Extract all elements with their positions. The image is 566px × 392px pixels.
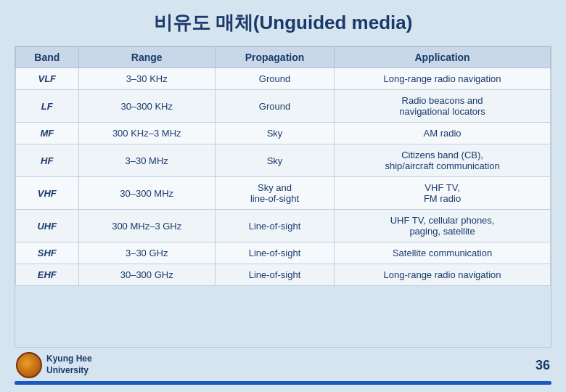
cell-band-6: SHF <box>16 242 79 264</box>
cell-application-7: Long-range radio navigation <box>335 264 551 286</box>
cell-range-1: 30–300 KHz <box>78 90 215 123</box>
page-number: 36 <box>536 358 550 373</box>
bottom-bar <box>15 381 551 385</box>
cell-application-2: AM radio <box>335 123 551 144</box>
col-header-propagation: Propagation <box>215 47 334 68</box>
slide: 비유도 매체(Unguided media) Band Range Propag… <box>0 0 566 392</box>
table-header-row: Band Range Propagation Application <box>16 47 551 68</box>
cell-propagation-4: Sky and line-of-sight <box>215 177 334 210</box>
university-name: Kyung Hee University <box>46 354 92 376</box>
logo-area: Kyung Hee University <box>16 352 92 378</box>
table-row: SHF3–30 GHzLine-of-sightSatellite commun… <box>16 242 551 264</box>
cell-range-2: 300 KHz–3 MHz <box>78 123 215 144</box>
cell-range-5: 300 MHz–3 GHz <box>78 210 215 242</box>
cell-range-4: 30–300 MHz <box>78 177 215 210</box>
cell-range-0: 3–30 KHz <box>78 68 215 90</box>
table-wrapper: Band Range Propagation Application VLF3–… <box>15 46 551 348</box>
data-table: Band Range Propagation Application VLF3–… <box>15 46 551 286</box>
col-header-application: Application <box>335 47 551 68</box>
cell-application-4: VHF TV, FM radio <box>335 177 551 210</box>
cell-propagation-3: Sky <box>215 144 334 177</box>
table-row: VLF3–30 KHzGroundLong-range radio naviga… <box>16 68 551 90</box>
cell-band-3: HF <box>16 144 79 177</box>
table-row: HF3–30 MHzSkyCitizens band (CB), ship/ai… <box>16 144 551 177</box>
col-header-range: Range <box>78 47 215 68</box>
cell-band-5: UHF <box>16 210 79 242</box>
cell-band-4: VHF <box>16 177 79 210</box>
cell-propagation-5: Line-of-sight <box>215 210 334 242</box>
col-header-band: Band <box>16 47 79 68</box>
cell-propagation-6: Line-of-sight <box>215 242 334 264</box>
table-row: LF30–300 KHzGroundRadio beacons and navi… <box>16 90 551 123</box>
cell-propagation-2: Sky <box>215 123 334 144</box>
cell-application-3: Citizens band (CB), ship/aircraft commun… <box>335 144 551 177</box>
table-row: VHF30–300 MHzSky and line-of-sightVHF TV… <box>16 177 551 210</box>
slide-title: 비유도 매체(Unguided media) <box>15 7 551 38</box>
footer: Kyung Hee University 36 <box>15 352 551 378</box>
cell-band-2: MF <box>16 123 79 144</box>
cell-application-5: UHF TV, cellular phones, paging, satelli… <box>335 210 551 242</box>
cell-propagation-0: Ground <box>215 68 334 90</box>
cell-band-0: VLF <box>16 68 79 90</box>
cell-band-7: EHF <box>16 264 79 286</box>
cell-band-1: LF <box>16 90 79 123</box>
cell-range-7: 30–300 GHz <box>78 264 215 286</box>
cell-application-0: Long-range radio navigation <box>335 68 551 90</box>
cell-range-6: 3–30 GHz <box>78 242 215 264</box>
table-row: UHF300 MHz–3 GHzLine-of-sightUHF TV, cel… <box>16 210 551 242</box>
cell-application-1: Radio beacons and navigational locators <box>335 90 551 123</box>
university-logo <box>16 352 42 378</box>
cell-propagation-7: Line-of-sight <box>215 264 334 286</box>
cell-range-3: 3–30 MHz <box>78 144 215 177</box>
table-row: EHF30–300 GHzLine-of-sightLong-range rad… <box>16 264 551 286</box>
table-row: MF300 KHz–3 MHzSkyAM radio <box>16 123 551 144</box>
cell-propagation-1: Ground <box>215 90 334 123</box>
cell-application-6: Satellite communication <box>335 242 551 264</box>
